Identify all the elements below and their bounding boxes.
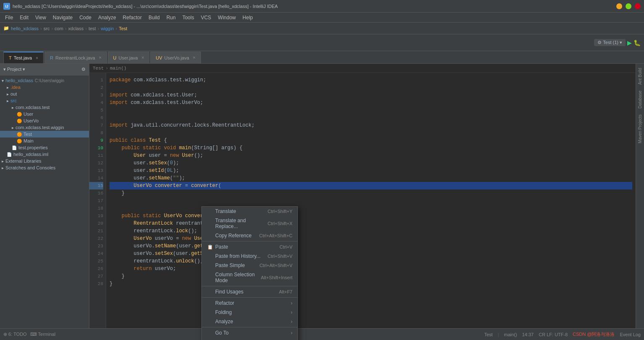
- project-tree: ▾ hello_xdclass C:\Users\wiggin ▸ .idea …: [0, 75, 89, 328]
- sidebar-tab-database[interactable]: Database: [637, 88, 643, 111]
- pkg-icon-1: ▸: [12, 105, 14, 110]
- tree-item-uservo[interactable]: 🟠 UserVo: [0, 117, 89, 124]
- nav-src[interactable]: src: [44, 26, 50, 31]
- code-line-18: [110, 205, 632, 212]
- ctx-folding[interactable]: Folding ›: [202, 308, 297, 317]
- ctx-copy-reference[interactable]: Copy Reference Ctrl+Alt+Shift+C: [202, 231, 297, 240]
- tree-item-hello-xdclass[interactable]: ▾ hello_xdclass C:\Users\wiggin: [0, 77, 89, 84]
- menu-build[interactable]: Build: [145, 14, 163, 21]
- nav-sep2: ›: [51, 26, 53, 31]
- menu-vcs[interactable]: VCS: [198, 14, 215, 21]
- ctx-translate-replace-shortcut: Ctrl+Shift+X: [268, 221, 292, 226]
- tree-item-out[interactable]: ▸ out: [0, 91, 89, 97]
- code-line-28: }: [110, 280, 632, 288]
- breadcrumb-main[interactable]: main(): [110, 66, 127, 71]
- nav-test-file[interactable]: Test: [119, 26, 127, 31]
- event-log[interactable]: Event Log: [620, 332, 641, 337]
- code-line-17: [110, 197, 632, 205]
- menu-edit[interactable]: Edit: [16, 14, 32, 21]
- nav-xdclass[interactable]: xdclass: [68, 26, 84, 31]
- code-area[interactable]: package com.xdclass.test.wiggin; import …: [106, 73, 636, 328]
- status-sep: |: [498, 332, 499, 337]
- menu-help[interactable]: Help: [239, 14, 256, 21]
- tree-item-iml[interactable]: 📄 hello_xdclass.iml: [0, 151, 89, 158]
- menu-window[interactable]: Window: [214, 14, 239, 21]
- tree-item-com-xdclass-test[interactable]: ▸ com.xdclass.test: [0, 104, 89, 111]
- nav-hello_xdclass[interactable]: hello_xdclass: [11, 26, 39, 31]
- tab-close-uservo[interactable]: ×: [193, 55, 196, 60]
- project-settings-icon[interactable]: ⚙: [81, 67, 86, 72]
- ctx-column-selection[interactable]: Column Selection Mode Alt+Shift+Insert: [202, 270, 297, 285]
- debug-button[interactable]: 🐛: [634, 39, 641, 46]
- code-line-26: return userVo;: [110, 265, 632, 273]
- ctx-copy-ref-label: Copy Reference: [215, 233, 254, 239]
- tab-close-user[interactable]: ×: [141, 55, 144, 60]
- run-config-label[interactable]: ⚙ Test (1) ▾: [594, 39, 626, 46]
- status-bar: ⊕ 6: TODO ⌨ Terminal Test | main() 14:37…: [0, 328, 644, 340]
- status-main: main(): [504, 332, 517, 337]
- tree-item-src[interactable]: ▸ src: [0, 97, 89, 104]
- status-encoding[interactable]: CR LF: UTF-8: [539, 332, 568, 337]
- ctx-analyze-label: Analyze: [215, 319, 289, 324]
- ctx-refactor[interactable]: Refactor ›: [202, 298, 297, 308]
- ctx-generate[interactable]: Generate... Alt+Insert: [202, 337, 297, 340]
- tab-uservo[interactable]: UV UserVo.java ×: [150, 52, 201, 63]
- ctx-analyze[interactable]: Analyze ›: [202, 317, 297, 326]
- tree-item-com-xdclass-test-wiggin[interactable]: ▸ com.xdclass.test.wiggin: [0, 124, 89, 131]
- tab-reentrantlock[interactable]: R ReentrantLock.java ×: [44, 52, 107, 63]
- sidebar-tab-maven[interactable]: Maven Projects: [637, 112, 643, 146]
- menu-tools[interactable]: Tools: [179, 14, 198, 21]
- ctx-find-usages[interactable]: Find Usages Alt+F7: [202, 287, 297, 296]
- ctx-folding-label: Folding: [215, 309, 289, 315]
- ctx-translate-replace[interactable]: Translate and Replace... Ctrl+Shift+X: [202, 216, 297, 231]
- refactor-arrow-icon: ›: [291, 300, 292, 306]
- tree-item-external-libraries[interactable]: ▸ External Libraries: [0, 158, 89, 164]
- window-controls: [616, 3, 641, 9]
- tree-item-user[interactable]: 🟠 User: [0, 111, 89, 117]
- menu-code[interactable]: Code: [76, 14, 95, 21]
- ctx-paste[interactable]: 📋 Paste Ctrl+V: [202, 242, 297, 252]
- nav-wiggin[interactable]: wiggin: [101, 26, 114, 31]
- ctx-paste-label: Paste: [215, 244, 274, 250]
- nav-com[interactable]: com: [55, 26, 63, 31]
- code-editor[interactable]: Test › main() 12345 6789 10111213 141516…: [89, 64, 636, 328]
- project-label: ▾ Project ▾: [3, 67, 25, 72]
- sidebar-tab-ant-build[interactable]: Ant Build: [637, 65, 643, 87]
- idea-folder-icon: ▸: [7, 85, 9, 90]
- tab-user[interactable]: U User.java ×: [108, 52, 150, 63]
- ctx-sep-1: [202, 241, 297, 241]
- menu-file[interactable]: File: [2, 14, 16, 21]
- run-button[interactable]: ▶: [627, 39, 632, 46]
- menu-view[interactable]: View: [32, 14, 50, 21]
- minimize-button[interactable]: [616, 3, 622, 9]
- breadcrumb-test[interactable]: Test: [93, 66, 104, 71]
- close-button[interactable]: [635, 3, 641, 9]
- tree-item-test[interactable]: 🟠 Test: [0, 131, 89, 138]
- tab-test-java[interactable]: T Test.java ×: [3, 52, 44, 63]
- tab-label-reentrantlock: ReentrantLock.java: [55, 55, 95, 60]
- menu-refactor[interactable]: Refactor: [120, 14, 145, 21]
- nav-test[interactable]: test: [89, 26, 96, 31]
- ctx-translate-shortcut: Ctrl+Shift+Y: [268, 209, 292, 214]
- ctx-paste-history[interactable]: Paste from History... Ctrl+Shift+V: [202, 252, 297, 261]
- tree-item-test-properties[interactable]: 📄 test.properties: [0, 144, 89, 151]
- tab-close-test[interactable]: ×: [36, 56, 38, 60]
- ctx-translate[interactable]: Translate Ctrl+Shift+Y: [202, 207, 297, 216]
- ctx-goto[interactable]: Go To ›: [202, 328, 297, 337]
- todo-button[interactable]: ⊕ 6: TODO: [3, 332, 27, 337]
- terminal-button[interactable]: ⌨ Terminal: [30, 332, 55, 337]
- tab-label-user: User.java: [119, 55, 138, 60]
- status-csdn: CSDN @阿洛与洛洛: [573, 331, 615, 337]
- ctx-paste-simple[interactable]: Paste Simple Ctrl+Alt+Shift+V: [202, 261, 297, 270]
- tree-item-main[interactable]: 🟠 Main: [0, 138, 89, 144]
- menu-analyze[interactable]: Analyze: [95, 14, 120, 21]
- tree-item-idea[interactable]: ▸ .idea: [0, 84, 89, 91]
- menu-run[interactable]: Run: [163, 14, 179, 21]
- tab-close-reentrantlock[interactable]: ×: [99, 55, 102, 60]
- menu-navigate[interactable]: Navigate: [50, 14, 76, 21]
- scratches-icon: ▸: [2, 166, 4, 170]
- maximize-button[interactable]: [626, 3, 631, 9]
- code-line-23: userVo.setName(user.getName(: [110, 242, 632, 250]
- breadcrumb-sep: ›: [105, 66, 108, 71]
- tree-item-scratches[interactable]: ▸ Scratches and Consoles: [0, 164, 89, 171]
